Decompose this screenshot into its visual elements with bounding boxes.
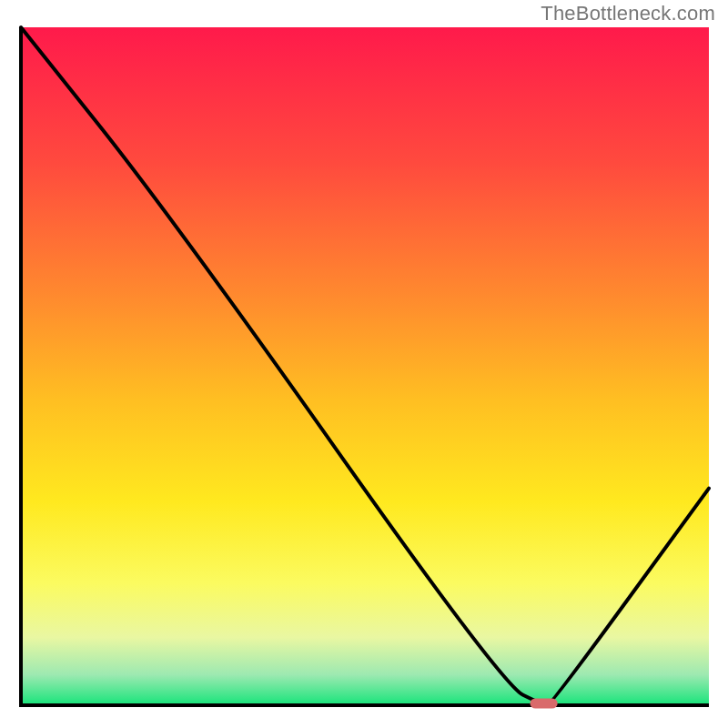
optimal-marker	[530, 698, 557, 708]
attribution-text: TheBottleneck.com	[541, 2, 715, 25]
plot-background	[21, 27, 709, 705]
chart-container: TheBottleneck.com	[0, 0, 728, 728]
bottleneck-chart	[0, 0, 728, 728]
